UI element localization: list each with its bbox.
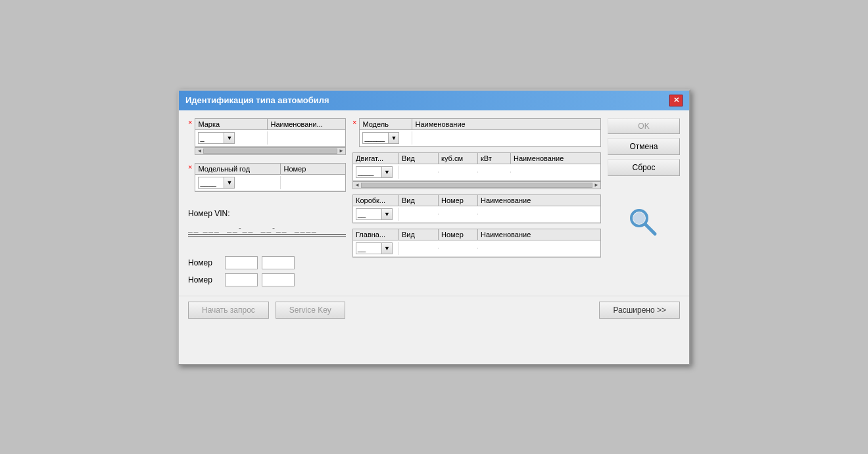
- model-grid: Модель Наименование _____ ▼: [359, 118, 601, 147]
- model-combo-text[interactable]: _____: [362, 132, 389, 144]
- engine-combo-arrow[interactable]: ▼: [382, 166, 393, 178]
- engine-combo[interactable]: ____ ▼: [356, 166, 393, 178]
- engine-scroll-left[interactable]: ◄: [354, 182, 360, 188]
- gearbox-combo-text[interactable]: __: [356, 208, 382, 220]
- title-bar: Идентификация типа автомобиля ✕: [179, 91, 689, 110]
- marka-combo-arrow[interactable]: ▼: [224, 132, 235, 144]
- engine-naim-cell: [511, 171, 600, 173]
- engine-scroll-thumb[interactable]: [361, 183, 592, 188]
- reset-button[interactable]: Сброс: [608, 159, 680, 176]
- engine-col: Двигат...: [353, 153, 399, 164]
- expanded-button[interactable]: Расширено >>: [599, 302, 680, 319]
- ok-button[interactable]: OK: [608, 118, 680, 134]
- model-naim-col-header: Наименование: [412, 119, 600, 129]
- number-input-2a[interactable]: [225, 273, 258, 286]
- close-button[interactable]: ✕: [669, 95, 683, 106]
- gearbox-row: __ ▼: [353, 206, 600, 223]
- engine-kw-col: кВт: [478, 153, 511, 164]
- marka-grid-container: Марка Наименовани... _ ▼: [195, 118, 346, 155]
- model-row: _____ ▼: [360, 130, 600, 147]
- main-vid-col: Вид: [399, 229, 439, 240]
- engine-grid-header: Двигат... Вид куб.см кВт Наименование: [353, 153, 600, 164]
- scroll-left-arrow[interactable]: ◄: [197, 148, 202, 154]
- main-combo-text[interactable]: __: [356, 242, 382, 254]
- engine-cell: ____ ▼: [353, 166, 399, 179]
- svg-point-1: [633, 212, 645, 224]
- model-grid-container: Модель Наименование _____ ▼: [359, 118, 601, 147]
- main-col: Главна...: [353, 229, 399, 240]
- modelyear-combo[interactable]: ____ ▼: [198, 177, 235, 189]
- model-col-header: Модель: [360, 119, 412, 129]
- marka-scrollbar[interactable]: ◄ ►: [195, 147, 346, 155]
- scroll-right-arrow[interactable]: ►: [339, 148, 344, 154]
- gearbox-col: Коробк...: [353, 195, 399, 206]
- naim-col-header: Наименовани...: [268, 119, 345, 129]
- main-cell: __ ▼: [353, 242, 399, 255]
- model-combo[interactable]: _____ ▼: [362, 132, 399, 144]
- modelyear-grid: Модельный год Номер ____ ▼: [195, 163, 346, 192]
- main-vid-cell: [399, 248, 439, 249]
- main-naim-col: Наименование: [478, 229, 600, 240]
- model-naim-cell: [412, 137, 600, 139]
- engine-scrollbar[interactable]: ◄ ►: [352, 181, 601, 189]
- start-query-button[interactable]: Начать запрос: [188, 302, 269, 319]
- modelyear-combo-text[interactable]: ____: [198, 177, 224, 189]
- scroll-thumb[interactable]: [203, 148, 337, 154]
- marka-grid: Марка Наименовани... _ ▼: [195, 118, 346, 147]
- gearbox-nomer-col: Номер: [439, 195, 478, 206]
- vin-input[interactable]: [188, 222, 346, 235]
- modelyear-col-header: Модельный год: [195, 164, 281, 174]
- main-nomer-cell: [439, 248, 478, 249]
- main-axle-grid-header: Главна... Вид Номер Наименование: [353, 229, 600, 240]
- model-grid-header: Модель Наименование: [360, 119, 600, 130]
- window-content: × Марка Наименовани... _ ▼: [179, 110, 689, 293]
- right-panel: OK Отмена Сброс: [608, 118, 680, 286]
- engine-naim-col: Наименование: [511, 153, 600, 164]
- middle-panel: × Модель Наименование _____ ▼: [352, 118, 601, 286]
- gearbox-combo-arrow[interactable]: ▼: [382, 208, 393, 220]
- vin-section: Номер VIN:: [188, 206, 346, 237]
- engine-row: ____ ▼: [353, 164, 600, 181]
- engine-grid-container: Двигат... Вид куб.см кВт Наименование __…: [352, 152, 601, 189]
- marka-combo[interactable]: _ ▼: [198, 132, 235, 144]
- number-section: Номер Номер: [188, 254, 346, 286]
- engine-grid: Двигат... Вид куб.см кВт Наименование __…: [352, 152, 601, 181]
- modelyear-combo-arrow[interactable]: ▼: [224, 177, 235, 189]
- magnifier-icon: [627, 206, 660, 239]
- cancel-button[interactable]: Отмена: [608, 138, 680, 155]
- modelyear-grid-container: Модельный год Номер ____ ▼: [195, 163, 346, 192]
- magnifier-section: [608, 206, 680, 239]
- marka-col-header: Марка: [195, 119, 268, 129]
- required-mark-model: ×: [352, 118, 356, 126]
- main-nomer-col: Номер: [439, 229, 478, 240]
- gearbox-naim-col: Наименование: [478, 195, 600, 206]
- main-combo[interactable]: __ ▼: [356, 242, 393, 254]
- engine-kw-cell: [478, 171, 511, 173]
- gearbox-vid-cell: [399, 214, 439, 215]
- engine-scroll-right[interactable]: ►: [594, 182, 599, 188]
- model-combo-arrow[interactable]: ▼: [389, 132, 399, 144]
- modelyear-grid-header: Модельный год Номер: [195, 164, 345, 175]
- main-grid-container: Главна... Вид Номер Наименование __ ▼: [352, 229, 601, 258]
- number-input-1a[interactable]: [225, 256, 258, 269]
- marka-combo-text[interactable]: _: [198, 132, 224, 144]
- gearbox-grid-header: Коробк... Вид Номер Наименование: [353, 195, 600, 206]
- nomer-col-header: Номер: [281, 164, 345, 174]
- engine-vid-col: Вид: [399, 153, 439, 164]
- main-combo-arrow[interactable]: ▼: [382, 242, 393, 254]
- number-input-2b[interactable]: [262, 273, 295, 286]
- marka-grid-header: Марка Наименовани...: [195, 119, 345, 130]
- number-row-1: Номер: [188, 256, 346, 269]
- svg-line-2: [645, 224, 655, 234]
- gearbox-naim-cell: [478, 214, 600, 215]
- modelyear-cell: ____ ▼: [195, 176, 281, 189]
- gearbox-nomer-cell: [439, 214, 478, 215]
- number-input-1b[interactable]: [262, 256, 295, 269]
- engine-combo-text[interactable]: ____: [356, 166, 382, 178]
- gearbox-combo[interactable]: __ ▼: [356, 208, 393, 220]
- naim-cell: [268, 137, 345, 139]
- marka-row: _ ▼: [195, 130, 345, 147]
- main-axle-grid: Главна... Вид Номер Наименование __ ▼: [352, 229, 601, 258]
- service-key-button[interactable]: Service Key: [276, 302, 345, 319]
- engine-cc-col: куб.см: [439, 153, 478, 164]
